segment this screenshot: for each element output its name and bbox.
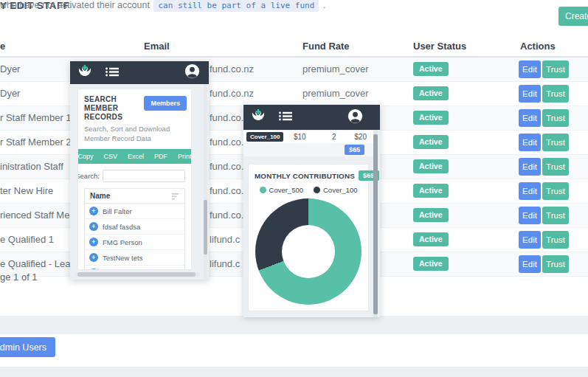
staff-email-cell: fund.co.nz — [210, 58, 254, 81]
contributions-popup: Cover_100 $10 2 $20 $65 MONTHLY CONTRIBU… — [243, 105, 380, 317]
expand-row-icon[interactable]: + — [89, 253, 98, 262]
trust-button[interactable]: Trust — [542, 255, 569, 273]
footer-band — [0, 316, 588, 334]
member-search-input[interactable] — [103, 170, 185, 182]
member-search-title: SEARCH MEMBER RECORDS — [84, 95, 152, 122]
fund-rate-cell: premium_cover — [302, 82, 369, 106]
excel-export-button[interactable]: Excel — [122, 149, 149, 164]
pdf-export-button[interactable]: PDF — [149, 149, 173, 164]
legend-item[interactable]: Cover_100 — [314, 186, 357, 194]
trust-button[interactable]: Trust — [542, 207, 569, 224]
trust-button[interactable]: Trust — [542, 158, 569, 176]
popup-app-header — [70, 61, 209, 84]
user-status-badge: Active — [413, 257, 449, 271]
staff-table-header: e Email Fund Rate User Status Actions — [0, 38, 588, 58]
trust-button[interactable]: Trust — [542, 182, 569, 200]
user-status-badge: Active — [413, 62, 449, 76]
monthly-contributions-card: MONTHLY CONTRIBUTIONS $65 Cover_500Cover… — [248, 164, 369, 311]
staff-name-cell: e Qualified 1 — [0, 228, 54, 252]
menu-list-icon[interactable] — [106, 66, 119, 80]
print-export-button[interactable]: Print — [173, 149, 192, 164]
create-button[interactable]: Create — [558, 7, 588, 26]
expand-row-icon[interactable]: + — [89, 222, 98, 231]
staff-name-cell: Dyer — [0, 82, 20, 106]
column-header-user-status: User Status — [413, 38, 466, 55]
trust-button[interactable]: Trust — [542, 85, 569, 103]
member-list: +Bill Falter+fdsaf fasdsa+FMG Person+Tes… — [85, 204, 184, 270]
edit-button[interactable]: Edit — [519, 182, 541, 200]
staff-email-cell: lifund.c — [210, 228, 240, 252]
member-search-subtitle: Search, Sort and Download Member Record … — [84, 124, 185, 143]
search-row: Search: — [84, 170, 185, 182]
staff-email-cell: fund.co. — [210, 179, 243, 203]
column-header-email: Email — [144, 38, 170, 55]
member-search-popup: SEARCH MEMBER RECORDS Members Search, So… — [70, 61, 209, 280]
edit-button[interactable]: Edit — [519, 60, 541, 78]
trust-button[interactable]: Trust — [542, 109, 569, 127]
csv-export-button[interactable]: CSV — [98, 149, 122, 164]
members-button[interactable]: Members — [144, 96, 187, 111]
edit-button[interactable]: Edit — [519, 231, 541, 249]
member-column-name: Name — [90, 192, 110, 200]
scrollbar-thumb[interactable] — [204, 200, 207, 255]
user-status-badge: Active — [413, 208, 449, 222]
staff-email-cell: fund.co. — [210, 106, 243, 130]
edit-button[interactable]: Edit — [519, 255, 541, 273]
scrollbar-thumb[interactable] — [373, 134, 378, 314]
amount-value: $20 — [354, 131, 367, 143]
fund-rate-cell: premium_cover — [302, 58, 369, 81]
staff-name-cell: inistration Staff — [0, 155, 63, 179]
member-name: Bill Falter — [103, 207, 132, 215]
popup-app-header — [243, 105, 380, 130]
user-status-badge: Active — [413, 111, 449, 125]
staff-email-cell: fund.co.nz — [210, 82, 254, 106]
admin-users-button[interactable]: Admin Users — [0, 337, 55, 357]
profile-icon[interactable] — [347, 108, 363, 127]
staff-name-cell: r Staff Member 2 — [0, 131, 72, 154]
trust-button[interactable]: Trust — [542, 231, 569, 249]
member-table-header[interactable]: Name — [85, 189, 184, 204]
brand-logo-icon — [77, 65, 92, 81]
edit-button[interactable]: Edit — [519, 158, 541, 176]
user-status-badge: Active — [413, 159, 449, 173]
column-header-name: e — [0, 38, 5, 55]
popup-horizontal-scrollbar[interactable] — [76, 272, 200, 277]
subtitle-suffix: . — [323, 0, 325, 10]
edit-button[interactable]: Edit — [519, 85, 541, 103]
scrollbar-thumb[interactable] — [77, 272, 196, 277]
total-badge: $65 — [345, 145, 364, 155]
profile-icon[interactable] — [184, 63, 200, 82]
expand-row-icon[interactable]: + — [89, 269, 98, 270]
trust-button[interactable]: Trust — [542, 134, 569, 151]
member-name: tet stt — [103, 269, 120, 271]
edit-button[interactable]: Edit — [519, 134, 541, 151]
subtitle-text: who have not activated their account — [0, 0, 150, 10]
member-row: +FMG Person — [85, 235, 184, 250]
member-row: +tet stt — [85, 266, 184, 270]
subtitle-code-chip: can still be part of a live fund — [153, 0, 319, 12]
expand-row-icon[interactable]: + — [89, 207, 98, 215]
popup-vertical-scrollbar[interactable] — [373, 130, 378, 317]
legend-item[interactable]: Cover_500 — [260, 186, 303, 194]
staff-email-cell: fund.co. — [210, 155, 243, 179]
member-name: TestNew tets — [103, 254, 142, 262]
legend-label: Cover_100 — [323, 186, 357, 194]
menu-list-icon[interactable] — [279, 111, 292, 124]
trust-button[interactable]: Trust — [542, 60, 569, 78]
edit-button[interactable]: Edit — [519, 207, 541, 224]
legend-label: Cover_500 — [269, 186, 303, 194]
bottom-band — [0, 367, 588, 377]
chart-title: MONTHLY CONTRIBUTIONS $65 — [255, 170, 362, 181]
copy-export-button[interactable]: Copy — [77, 149, 98, 164]
staff-email-cell: fund.co. — [210, 131, 243, 154]
popup-vertical-scrollbar[interactable] — [204, 84, 207, 280]
pagination-info: ge 1 of 1 — [0, 271, 38, 283]
edit-button[interactable]: Edit — [519, 109, 541, 127]
member-row: +Bill Falter — [85, 204, 184, 219]
brand-logo-icon — [251, 109, 266, 125]
legend-dot-icon — [314, 187, 320, 193]
legend-dot-icon — [260, 187, 266, 193]
donut-hole — [282, 225, 335, 278]
expand-row-icon[interactable]: + — [89, 238, 98, 246]
search-label: Search: — [77, 172, 100, 180]
